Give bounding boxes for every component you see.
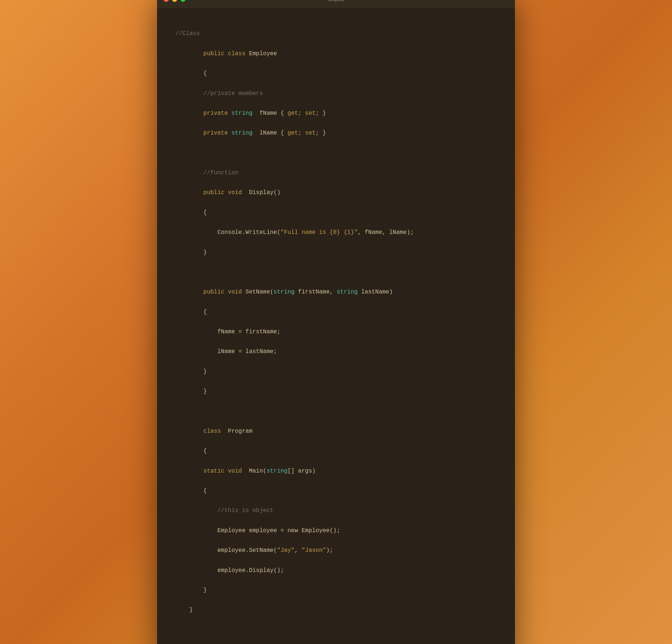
keyword-void-2: void [228, 289, 242, 295]
method-display: Display() [245, 189, 280, 196]
keyword-public-2: public [203, 189, 225, 196]
code-line-class-program: class Program [175, 427, 497, 436]
code-blank-3 [175, 407, 497, 417]
code-blank-2 [175, 268, 497, 277]
title-bar: Object [157, 0, 515, 8]
type-string-1: string [232, 110, 253, 117]
keyword-class-2: class [203, 428, 221, 435]
code-line-comment-private: //private members [175, 89, 497, 99]
keyword-class: class [228, 50, 245, 57]
traffic-lights [164, 0, 186, 2]
code-line-fname: private string fName { get; set; } [175, 109, 497, 118]
keyword-get-2: get; [287, 130, 301, 136]
code-line-open-brace-3: { [175, 307, 497, 317]
keyword-private-1: private [203, 110, 228, 117]
code-line-main-decl: static void Main(string[] args) [175, 466, 497, 476]
type-string-4: string [337, 289, 358, 295]
method-main: Main( [245, 468, 267, 474]
code-line-comment-class: //Class [175, 29, 497, 39]
code-line-close-brace-4: } [175, 387, 497, 397]
class-employee: Employee [249, 50, 277, 57]
class-program: Program [224, 428, 252, 435]
type-string-5: string [267, 468, 288, 474]
keyword-public-3: public [203, 289, 225, 295]
code-line-open-brace-5: { [175, 446, 497, 456]
code-line-lname: private string lName { get; set; } [175, 128, 497, 138]
code-line-employee-create: Employee employee = new Employee(); [175, 526, 497, 536]
comment-class: //Class [175, 30, 200, 37]
code-line-close-brace-6: } [175, 586, 497, 595]
code-blank-1 [175, 148, 497, 158]
keyword-private-2: private [203, 130, 228, 136]
keyword-void-1: void [228, 189, 242, 196]
keyword-set-2: set; [305, 130, 319, 136]
keyword-get-1: get; [287, 110, 301, 117]
minimize-button[interactable] [172, 0, 177, 2]
string-jay: "Jay" [277, 547, 294, 554]
code-line-comment-object: //this is object [175, 506, 497, 516]
employee-instantiation: Employee employee = new Employee(); [217, 527, 340, 534]
window-title: Object [328, 0, 344, 2]
code-line-open-brace-1: { [175, 69, 497, 79]
code-line-writeline: Console.WriteLine("Full name is {0} {1}"… [175, 228, 497, 238]
keyword-public: public [203, 50, 225, 57]
code-line-close-brace-7: } [175, 605, 497, 615]
code-line-lname-assign: lName = lastName; [175, 347, 497, 357]
string-fullname: "Full name is {0} {1}" [280, 229, 358, 236]
code-line-close-brace-2: } [175, 248, 497, 258]
maximize-button[interactable] [180, 0, 186, 2]
setname-call: employee.SetName( [217, 547, 277, 554]
close-button[interactable] [164, 0, 169, 2]
code-line-open-brace-2: { [175, 208, 497, 218]
type-string-2: string [232, 130, 253, 136]
keyword-void-3: void [228, 468, 242, 474]
code-line-fname-assign: fName = firstName; [175, 327, 497, 337]
comment-function: //function [203, 170, 238, 176]
code-line-close-brace-3: } [175, 367, 497, 377]
code-line-display-call: employee.Display(); [175, 566, 497, 576]
comment-object: //this is object [217, 507, 274, 514]
console-writeline: Console.WriteLine( [217, 229, 280, 236]
code-editor: //Class public class Employee { //privat… [157, 8, 515, 644]
keyword-set-1: set; [305, 110, 319, 117]
code-line-comment-function: //function [175, 168, 497, 178]
code-line-setname-call: employee.SetName("Jay", "Jason"); [175, 546, 497, 556]
code-window: Object //Class public class Employee { /… [157, 0, 515, 644]
code-line-display-decl: public void Display() [175, 188, 497, 198]
display-call: employee.Display(); [217, 567, 284, 574]
string-jason: "Jason" [302, 547, 326, 554]
code-line-setname-decl: public void SetName(string firstName, st… [175, 287, 497, 297]
keyword-static: static [203, 468, 225, 474]
code-line-open-brace-6: { [175, 486, 497, 496]
comment-private: //private members [203, 90, 263, 97]
code-line-class-decl: public class Employee [175, 49, 497, 59]
type-string-3: string [274, 289, 295, 295]
